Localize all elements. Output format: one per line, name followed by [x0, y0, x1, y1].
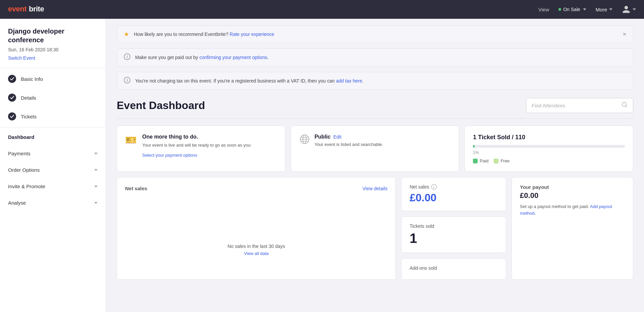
confirm-payment-link[interactable]: confirming your payment options [199, 55, 267, 60]
sidebar-item-order-options[interactable]: Order Options [0, 162, 106, 178]
tickets-sold-stat-label: Tickets sold [410, 223, 498, 229]
alert-tax: You're not charging tax on this event. I… [117, 72, 633, 90]
net-sales-stat-label: Net sales i [410, 184, 498, 190]
view-all-data-link[interactable]: View all data [125, 251, 387, 256]
more-button[interactable]: More [596, 7, 612, 12]
view-link[interactable]: View [538, 7, 549, 12]
rate-experience-link[interactable]: Rate your experience [230, 32, 274, 37]
page-title: Event Dashboard [117, 99, 205, 112]
tickets-sold-title: 1 Ticket Sold / 110 [473, 134, 625, 141]
chevron-down-icon [609, 8, 612, 10]
sidebar-divider-2 [0, 127, 106, 127]
svg-text:event: event [8, 5, 27, 13]
event-info: Django developer conference Sun, 16 Feb … [0, 19, 106, 66]
chevron-down-icon [583, 8, 586, 10]
edit-visibility-link[interactable]: Edit [333, 134, 341, 140]
sidebar-item-invite-promote[interactable]: Invite & Promote [0, 178, 106, 195]
alert-recommend-inner: ★ How likely are you to recommend Eventb… [124, 31, 274, 38]
add-tax-link[interactable]: add tax here [336, 78, 362, 84]
progress-pct: 1% [473, 150, 625, 155]
sidebar-label-invite-promote: Invite & Promote [8, 184, 45, 189]
user-menu-button[interactable] [622, 5, 636, 14]
visibility-card: Public Edit Your event is listed and sea… [291, 125, 460, 172]
tickets-sold-value: 1 [410, 231, 498, 246]
net-sales-chart-header: Net sales View details [125, 186, 387, 191]
one-more-thing-content: One more thing to do. Your event is live… [142, 134, 252, 158]
check-icon-details [8, 94, 16, 102]
chart-area [125, 197, 387, 230]
net-sales-chart-card: Net sales View details No sales in the l… [117, 177, 396, 280]
ticket-icon: 🎫 [125, 135, 137, 146]
chevron-down-icon [94, 153, 98, 155]
chevron-down-icon [94, 169, 98, 171]
chevron-down-icon [94, 186, 98, 188]
legend-paid: Paid [473, 158, 488, 163]
view-details-link[interactable]: View details [363, 186, 387, 191]
chevron-down-icon [94, 202, 98, 204]
dashboard-header: Event Dashboard Find Attendees [117, 98, 633, 119]
sidebar-item-analyse[interactable]: Analyse [0, 195, 106, 211]
tickets-sold-stat-card: Tickets sold 1 [401, 216, 506, 253]
net-sales-value: £0.00 [410, 192, 498, 204]
net-sales-stat-card: Net sales i £0.00 [401, 177, 506, 211]
legend-dot-free [494, 159, 498, 163]
check-icon-tickets [8, 112, 16, 120]
more-label: More [596, 7, 607, 12]
legend-free-label: Free [500, 158, 509, 163]
body-layout: Django developer conference Sun, 16 Feb … [0, 19, 644, 312]
sidebar-item-dashboard[interactable]: Dashboard [0, 129, 106, 145]
find-attendees-input[interactable]: Find Attendees [526, 98, 633, 113]
add-ons-stat-card: Add-ons sold [401, 258, 506, 280]
event-date: Sun, 16 Feb 2020 18:30 [8, 47, 98, 52]
one-more-title: One more thing to do. [142, 134, 252, 140]
visibility-card-inner: Public Edit Your event is listed and sea… [299, 134, 451, 147]
check-icon-basic-info [8, 75, 16, 83]
alert-tax-text: You're not charging tax on this event. I… [135, 78, 363, 84]
sidebar-label-analyse: Analyse [8, 200, 26, 206]
payout-amount: £0.00 [520, 191, 625, 200]
event-title: Django developer conference [8, 27, 98, 44]
public-label: Public [315, 134, 331, 140]
legend-paid-label: Paid [480, 158, 488, 163]
public-label-row: Public Edit [315, 134, 383, 140]
info-icon [124, 53, 130, 61]
alert-payment-text: Make sure you get paid out by confirming… [135, 55, 269, 60]
switch-event-link[interactable]: Switch Event [8, 55, 35, 61]
payout-title: Your payout [520, 184, 625, 190]
find-attendees-placeholder: Find Attendees [532, 103, 565, 108]
chevron-down-icon [633, 8, 636, 10]
info-icon-net-sales[interactable]: i [431, 184, 437, 190]
svg-point-5 [127, 79, 127, 80]
sidebar-label-payments: Payments [8, 151, 31, 156]
sidebar-item-tickets[interactable]: Tickets [0, 107, 106, 126]
one-more-thing-card: 🎫 One more thing to do. Your event is li… [117, 125, 285, 172]
public-subtitle: Your event is listed and searchable. [315, 142, 383, 147]
logo-area: event brite [8, 3, 52, 15]
svg-text:brite: brite [29, 5, 44, 13]
add-ons-stat-label: Add-ons sold [410, 265, 498, 271]
legend-dot-paid [473, 159, 478, 163]
payout-description: Set up a payout method to get paid. Add … [520, 203, 625, 216]
svg-point-6 [622, 102, 626, 106]
close-alert-button[interactable]: × [623, 31, 626, 38]
on-sale-button[interactable]: On Sale [558, 7, 586, 12]
on-sale-dot [558, 8, 561, 11]
sidebar-label-details: Details [21, 95, 36, 101]
cards-row-1: 🎫 One more thing to do. Your event is li… [117, 125, 633, 172]
sidebar-label-dashboard: Dashboard [8, 134, 34, 140]
select-payment-options-link[interactable]: Select your payment options [142, 153, 197, 158]
sidebar-label-basic-info: Basic Info [21, 76, 43, 82]
alert-payment: Make sure you get paid out by confirming… [117, 48, 633, 66]
one-more-thing-inner: 🎫 One more thing to do. Your event is li… [125, 134, 277, 158]
net-sales-row: Net sales View details No sales in the l… [117, 177, 633, 280]
sidebar-item-details[interactable]: Details [0, 88, 106, 107]
sidebar: Django developer conference Sun, 16 Feb … [0, 19, 106, 312]
legend-free: Free [494, 158, 509, 163]
info-icon-2 [124, 77, 130, 85]
logo[interactable]: event brite [8, 3, 52, 15]
ticket-legend: Paid Free [473, 158, 625, 163]
sidebar-item-basic-info[interactable]: Basic Info [0, 69, 106, 88]
sidebar-item-payments[interactable]: Payments [0, 145, 106, 162]
progress-bar [473, 145, 625, 148]
top-nav: event brite View On Sale More [0, 0, 644, 19]
